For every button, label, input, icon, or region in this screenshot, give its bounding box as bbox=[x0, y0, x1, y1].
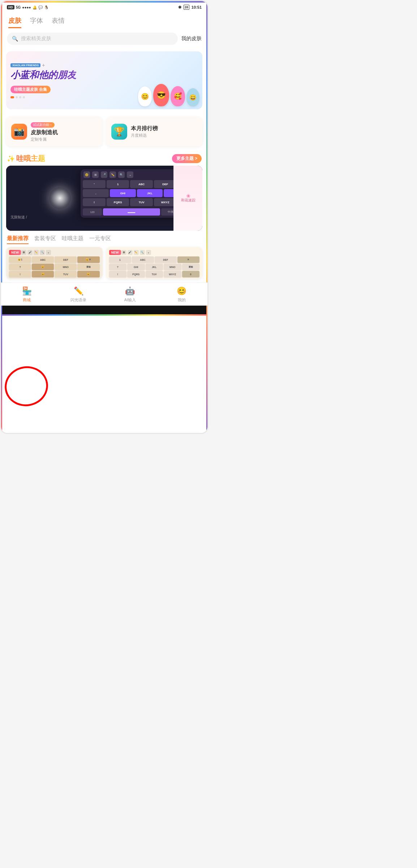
trophy-icon: 🏆 bbox=[114, 127, 125, 137]
tab-skin[interactable]: 皮肤 bbox=[8, 16, 21, 28]
mk-1-4: 🐱✕ bbox=[77, 256, 99, 263]
store-icon: 🏪 bbox=[22, 286, 32, 296]
wahoo-section-title: ✨ 哇哦主题 bbox=[7, 154, 45, 163]
cat-tab-wahoo[interactable]: 哇哦主题 bbox=[62, 235, 83, 244]
feature-card-skin-maker[interactable]: 📸 试试新功能～ 皮肤制造机 定制专属 bbox=[6, 116, 103, 146]
nav-item-profile[interactable]: 😊 我的 bbox=[156, 286, 207, 303]
cat-tab-yuan[interactable]: 一元专区 bbox=[89, 235, 111, 244]
feature-cards: 📸 试试新功能～ 皮肤制造机 定制专属 🏆 本月排行榜 月度精选 bbox=[1, 113, 207, 150]
mk-2-2: 🐱 bbox=[32, 264, 54, 270]
notification-icon: 🔔 bbox=[33, 5, 37, 9]
tab-emoji[interactable]: 表情 bbox=[52, 16, 65, 28]
kb-key-ghi: GHI bbox=[110, 189, 136, 197]
skin-maker-sub: 定制专属 bbox=[31, 137, 58, 142]
skin-maker-text: 试试新功能～ 皮肤制造机 定制专属 bbox=[31, 121, 58, 142]
profile-icon: 😊 bbox=[177, 286, 186, 296]
ranking-icon-wrap: 🏆 bbox=[111, 124, 127, 140]
mk-1-2: ABC bbox=[32, 256, 54, 263]
mk2-3-5: 0 bbox=[182, 271, 200, 277]
kb-space: ▬▬▬ bbox=[103, 208, 160, 216]
mk2-2-2: GHI bbox=[127, 264, 145, 270]
kb-tool-search: 🔍 bbox=[118, 171, 125, 178]
mini-row-1-3: ! 🐱 TUV 🐱 bbox=[9, 271, 100, 277]
ai-icon: 🤖 bbox=[125, 286, 135, 296]
mk2-1-2: ABC bbox=[132, 256, 154, 263]
mini-btn-pen2: ✏️ bbox=[134, 250, 139, 255]
cat-tab-latest[interactable]: 最新推荐 bbox=[7, 235, 29, 244]
kb-tool-pen: ✏️ bbox=[109, 171, 116, 178]
search-icon: 🔍 bbox=[12, 36, 18, 42]
banner-subtitle: 哇哦主题皮肤 合集 bbox=[10, 86, 51, 93]
nav-label-profile: 我的 bbox=[178, 297, 186, 303]
right-theme-card[interactable]: 🌸和花迷踪 bbox=[173, 166, 202, 231]
banner-right: 😊 😎 🥰 😄 bbox=[137, 51, 202, 109]
status-bar: HD 5G ●●●● 🔔 💬 🐧 ✱ 28 10:51 bbox=[1, 3, 207, 12]
character-1: 😊 bbox=[138, 86, 152, 106]
battery-indicator: 28 bbox=[184, 5, 189, 10]
feature-card-ranking[interactable]: 🏆 本月排行榜 月度精选 bbox=[106, 116, 203, 146]
kb-tool-down: ⌄ bbox=[127, 171, 133, 178]
mk-3-4: 🐱 bbox=[77, 271, 99, 277]
banner-left: XIAOLAN FRIENDS + 小蓝和他的朋友 哇哦主题皮肤 合集 bbox=[6, 56, 137, 104]
kb-tool-emoji: 😊 bbox=[83, 171, 90, 178]
mk-1-1: 🐱1 bbox=[9, 256, 31, 263]
mk-1-3: DEF bbox=[55, 256, 77, 263]
mini-btn-down1: ⌄ bbox=[46, 250, 51, 255]
mk2-2-4: MNO bbox=[164, 264, 181, 270]
tab-font[interactable]: 字体 bbox=[30, 16, 43, 28]
mk2-1-3: DEF bbox=[155, 256, 177, 263]
mini-row-2-3: ! PQRS TUV WXYZ 0 bbox=[109, 271, 200, 277]
nav-label-store: 商城 bbox=[23, 297, 31, 303]
time-display: 10:51 bbox=[192, 5, 202, 9]
kb-key-def: ABC bbox=[130, 180, 153, 188]
nav-item-store[interactable]: 🏪 商城 bbox=[1, 286, 53, 303]
nav-item-flash[interactable]: ✏️ 闪光语录 bbox=[53, 286, 104, 303]
nav-item-ai[interactable]: 🤖 AI输入 bbox=[104, 286, 156, 303]
more-themes-button[interactable]: 更多主题 > bbox=[172, 154, 202, 163]
banner-subtitle-wrap: 哇哦主题皮肤 合集 bbox=[10, 84, 133, 93]
kb-key-abc: 1 bbox=[107, 180, 129, 188]
mini-btn-down2: ⌄ bbox=[146, 250, 151, 255]
ranking-title: 本月排行榜 bbox=[131, 125, 158, 132]
mini-btn-grid1: ⊞ bbox=[21, 250, 26, 255]
plus-icon: + bbox=[42, 62, 45, 68]
mini-row-1-2: ? 🐱 MNO 重输 bbox=[9, 264, 100, 270]
mini-row-2-1: 1 ABC DEF ✕ bbox=[109, 256, 200, 263]
nav-label-flash: 闪光语录 bbox=[70, 297, 86, 303]
mk-2-4: 重输 bbox=[77, 264, 99, 270]
character-4: 😄 bbox=[186, 88, 199, 106]
my-skin-button[interactable]: 我的皮肤 bbox=[181, 35, 202, 42]
mini-kb-rows-2: 1 ABC DEF ✕ ? GHI JKL MNO 重输 ! PQRS bbox=[109, 256, 200, 277]
search-placeholder: 搜索精美皮肤 bbox=[21, 35, 51, 42]
new-badge: 试试新功能～ bbox=[31, 122, 55, 128]
banner[interactable]: XIAOLAN FRIENDS + 小蓝和他的朋友 哇哦主题皮肤 合集 bbox=[6, 51, 202, 109]
cat-tab-bundle[interactable]: 套装专区 bbox=[34, 235, 56, 244]
mk2-2-5: 重输 bbox=[182, 264, 200, 270]
kb-tool-mic: 🎤 bbox=[101, 171, 107, 178]
keyboard-preview-section[interactable]: 无限制道 / ·b9r 😊 ⊞ 🎤 ✏️ 🔍 ⌄ ' 1 ABC DEF ✕ bbox=[6, 166, 202, 231]
kb-key-q3: ! bbox=[83, 198, 106, 206]
mk2-1-1: 1 bbox=[109, 256, 131, 263]
mk2-1-4: ✕ bbox=[177, 256, 199, 263]
skin-card-1[interactable]: NEW S 😊 ⊞ 🎤 ✏️ 🔍 ⌄ 🐱1 ABC DEF 🐱✕ bbox=[6, 247, 103, 279]
banner-dots bbox=[10, 96, 133, 98]
search-box[interactable]: 🔍 搜索精美皮肤 bbox=[7, 33, 178, 45]
status-left: HD 5G ●●●● 🔔 💬 🐧 bbox=[7, 5, 48, 9]
kb-tool-grid: ⊞ bbox=[92, 171, 99, 178]
kb-key-1: ' bbox=[83, 180, 106, 188]
light-orb bbox=[49, 187, 71, 209]
skin-maker-icon-wrap: 📸 bbox=[11, 124, 27, 140]
category-tabs: 最新推荐 套装专区 哇哦主题 一元专区 bbox=[1, 231, 207, 247]
wahoo-icon: ✨ bbox=[7, 155, 15, 163]
skin-card-2[interactable]: NEW S 😊 ⊞ 🎤 ✏️ 🔍 ⌄ 1 ABC DEF ✕ bbox=[106, 247, 203, 279]
flash-icon: ✏️ bbox=[74, 286, 83, 296]
kb-key-tuv: TUV bbox=[130, 198, 153, 206]
mini-row-1-1: 🐱1 ABC DEF 🐱✕ bbox=[9, 256, 100, 263]
kb-key-pqrs: PQRS bbox=[107, 198, 129, 206]
skin-grid: NEW S 😊 ⊞ 🎤 ✏️ 🔍 ⌄ 🐱1 ABC DEF 🐱✕ bbox=[1, 247, 207, 282]
main-tabs: 皮肤 字体 表情 bbox=[1, 12, 207, 30]
wahoo-title-text: 哇哦主题 bbox=[16, 154, 45, 163]
mini-toolbar-1: S 😊 ⊞ 🎤 ✏️ 🔍 ⌄ bbox=[9, 250, 100, 255]
bottom-nav: 🏪 商城 ✏️ 闪光语录 🤖 AI输入 😊 我的 bbox=[1, 282, 207, 306]
mk-3-3: TUV bbox=[55, 271, 77, 277]
